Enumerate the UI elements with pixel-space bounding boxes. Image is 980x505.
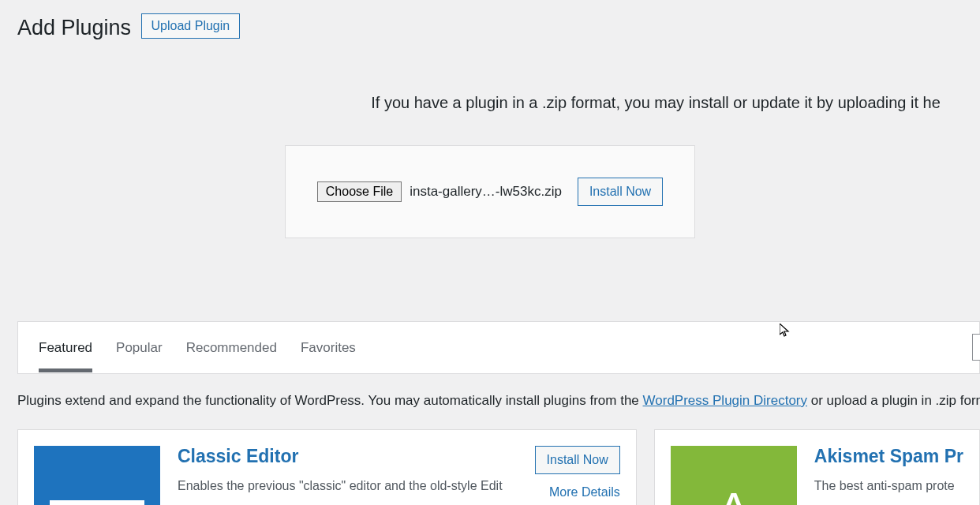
tab-popular[interactable]: Popular (116, 324, 163, 372)
page-title: Add Plugins (17, 16, 131, 40)
selected-file-name: insta-gallery…-lw53kc.zip (410, 184, 562, 200)
plugin-cards-list: Classic Editor Enables the previous "cla… (17, 429, 980, 505)
plugin-info: Akismet Spam Pr The best anti-spam prote (814, 446, 963, 505)
tab-favorites[interactable]: Favorites (301, 324, 356, 372)
plugin-card-akismet: A Akismet Spam Pr The best anti-spam pro… (654, 429, 980, 505)
plugin-card-classic-editor: Classic Editor Enables the previous "cla… (17, 429, 637, 505)
tab-recommended[interactable]: Recommended (186, 324, 277, 372)
description-prefix: Plugins extend and expand the functional… (17, 393, 643, 408)
plugin-tabs: Featured Popular Recommended Favorites K… (18, 322, 979, 373)
plugin-icon-classic-editor (34, 446, 160, 505)
upload-form: Choose File insta-gallery…-lw53kc.zip In… (285, 145, 695, 238)
description-suffix: or upload a plugin in .zip format by c (807, 393, 980, 408)
plugins-description: Plugins extend and expand the functional… (17, 393, 980, 409)
plugin-icon-akismet: A (671, 446, 797, 505)
more-details-link[interactable]: More Details (535, 485, 620, 499)
plugin-actions: Install Now More Details (535, 446, 620, 499)
upload-plugin-button[interactable]: Upload Plugin (141, 13, 241, 39)
plugin-title[interactable]: Akismet Spam Pr (814, 446, 963, 467)
plugin-tabs-container: Featured Popular Recommended Favorites K… (17, 321, 980, 374)
icon-letter: A (718, 482, 750, 506)
upload-instruction: If you have a plugin in a .zip format, y… (0, 94, 980, 112)
search-type-dropdown[interactable]: Keyw (972, 334, 980, 361)
install-plugin-button[interactable]: Install Now (535, 446, 620, 474)
plugin-directory-link[interactable]: WordPress Plugin Directory (643, 393, 807, 408)
tab-featured[interactable]: Featured (39, 324, 92, 372)
plugin-info: Classic Editor Enables the previous "cla… (178, 446, 620, 505)
install-now-button[interactable]: Install Now (578, 178, 663, 206)
plugin-description: The best anti-spam prote (814, 477, 963, 496)
choose-file-button[interactable]: Choose File (317, 181, 402, 202)
icon-decoration (50, 500, 144, 505)
